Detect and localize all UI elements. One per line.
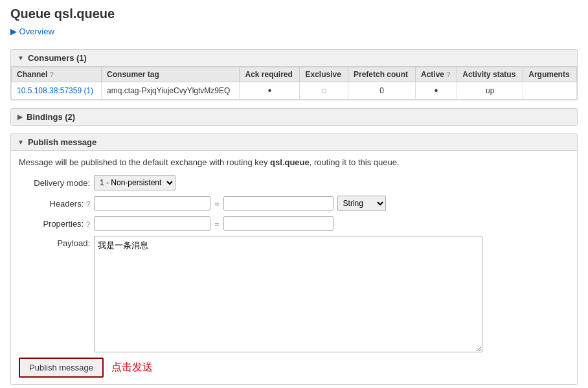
headers-label: Headers: ? [19, 199, 90, 209]
publish-title: Publish message [28, 137, 96, 147]
bindings-header[interactable]: ▶ Bindings (2) [11, 109, 577, 125]
properties-help[interactable]: ? [86, 220, 90, 228]
consumers-section: ▼ Consumers (1) Channel ? Consumer tag A… [10, 49, 578, 100]
delivery-mode-row: Delivery mode: 1 - Non-persistent2 - Per… [19, 175, 569, 190]
publish-header[interactable]: ▼ Publish message [11, 134, 577, 151]
col-ack-required: Ack required [240, 67, 300, 82]
publish-arrow: ▼ [17, 139, 24, 146]
payload-label: Payload: [19, 236, 90, 248]
bindings-section: ▶ Bindings (2) [10, 108, 578, 126]
cell-exclusive: ○ [300, 82, 348, 100]
cell-channel: 10.5.108.38:57359 (1) [12, 82, 102, 100]
consumers-title: Consumers (1) [28, 53, 87, 63]
cell-consumer-tag: amq.ctag-PxjqYiujeCvyYlgtvMz9EQ [102, 82, 240, 100]
consumers-table: Channel ? Consumer tag Ack required Excl… [11, 67, 577, 100]
payload-row: Payload: [19, 236, 569, 352]
cell-activity-status: up [457, 82, 523, 100]
delivery-mode-label: Delivery mode: [19, 178, 90, 188]
publish-section: ▼ Publish message Message will be publis… [10, 133, 578, 385]
consumers-header[interactable]: ▼ Consumers (1) [11, 50, 577, 67]
cell-active: • [415, 82, 457, 100]
click-send-label: 点击发送 [111, 361, 153, 374]
properties-label: Properties: ? [19, 219, 90, 229]
consumers-arrow: ▼ [17, 54, 24, 62]
footer-row: Publish message 点击发送 [19, 358, 569, 378]
headers-key-input[interactable] [94, 196, 210, 211]
col-exclusive: Exclusive [300, 67, 348, 82]
col-arguments: Arguments [523, 67, 577, 82]
properties-equals: = [214, 219, 220, 229]
channel-link[interactable]: 10.5.108.38:57359 (1) [17, 86, 93, 95]
headers-value-input[interactable] [223, 196, 334, 211]
publish-description: Message will be published to the default… [19, 157, 569, 167]
publish-button[interactable]: Publish message [19, 358, 104, 378]
publish-body: Message will be published to the default… [11, 151, 577, 384]
headers-row: Headers: ? = StringIntegerBoolean [19, 196, 569, 211]
overview-link[interactable]: ▶ Overview [10, 27, 54, 36]
bindings-title: Bindings (2) [27, 112, 75, 122]
col-channel: Channel ? [12, 67, 102, 82]
table-row: 10.5.108.38:57359 (1)amq.ctag-PxjqYiujeC… [12, 82, 577, 100]
col-prefetch: Prefetch count [348, 67, 415, 82]
col-activity-status: Activity status [457, 67, 523, 82]
headers-type-select[interactable]: StringIntegerBoolean [337, 196, 386, 211]
headers-equals: = [214, 199, 220, 209]
properties-value-input[interactable] [223, 216, 334, 231]
bindings-arrow: ▶ [17, 113, 23, 120]
col-consumer-tag: Consumer tag [102, 67, 240, 82]
page-title: Queue qsl.queue [10, 6, 578, 21]
col-active: Active ? [415, 67, 457, 82]
headers-help[interactable]: ? [86, 200, 90, 208]
cell-ack-required: • [240, 82, 300, 100]
cell-arguments [523, 82, 577, 100]
properties-key-input[interactable] [94, 216, 210, 231]
properties-row: Properties: ? = [19, 216, 569, 231]
delivery-mode-select[interactable]: 1 - Non-persistent2 - Persistent [94, 175, 175, 190]
payload-textarea[interactable] [94, 236, 482, 352]
cell-prefetch: 0 [348, 82, 415, 100]
